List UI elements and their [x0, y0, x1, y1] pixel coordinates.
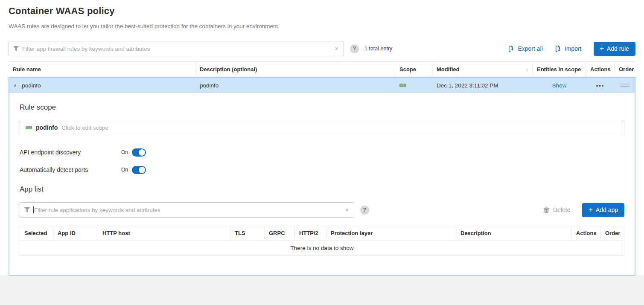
col-rule-name[interactable]: Rule name [9, 62, 195, 77]
export-icon [508, 45, 515, 52]
row-actions-menu-icon[interactable]: ••• [596, 82, 605, 89]
panel-bottom-space [20, 256, 624, 275]
app-filter-box[interactable]: × [20, 202, 354, 218]
clear-filter-icon[interactable]: × [334, 45, 339, 52]
rules-filter-input[interactable] [22, 46, 334, 52]
auto-detect-ports-row: Automatically detect ports On [20, 166, 624, 174]
toggle-state-label: On [121, 167, 128, 173]
export-all-button[interactable]: Export all [508, 45, 542, 52]
rule-scope-title: Rule scope [20, 103, 624, 112]
col-http-host: HTTP host [98, 226, 230, 240]
scope-edit-placeholder: Click to edit scope [61, 125, 108, 131]
rule-scope-cell [395, 84, 432, 87]
rules-filter-box[interactable]: × [9, 41, 344, 56]
app-filter-input[interactable] [34, 207, 344, 213]
rules-table-header: Rule name Description (optional) Scope M… [9, 61, 635, 77]
plus-icon: + [589, 206, 592, 213]
add-rule-label: Add rule [607, 45, 629, 52]
delete-app-button[interactable]: Delete [543, 206, 570, 213]
collection-chip-icon [399, 84, 406, 87]
add-app-button[interactable]: + Add app [582, 203, 624, 217]
auto-detect-ports-label: Automatically detect ports [20, 166, 121, 173]
rule-scope-editor[interactable]: podinfo Click to edit scope [20, 120, 624, 135]
rule-modified-cell: Dec 1, 2022 3:11:02 PM [432, 82, 533, 89]
plus-icon: + [600, 45, 604, 52]
expanded-rule-panel: ∧ podinfo podinfo Dec 1, 2022 3:11:02 PM… [9, 77, 635, 276]
filter-funnel-icon [13, 46, 19, 51]
add-app-label: Add app [596, 206, 618, 213]
col-grpc: GRPC [265, 226, 295, 240]
rule-actions-cell: ••• [586, 82, 615, 89]
add-rule-button[interactable]: + Add rule [594, 42, 636, 56]
total-entries-label: 1 total entry [364, 46, 392, 52]
api-endpoint-discovery-toggle[interactable] [132, 148, 146, 157]
container-waas-policy-page: Container WAAS policy WAAS rules are des… [0, 0, 644, 305]
api-endpoint-discovery-label: API endpoint discovery [20, 149, 121, 156]
import-label: Import [565, 45, 582, 52]
toggle-knob [139, 149, 145, 156]
help-icon[interactable]: ? [350, 44, 359, 53]
col-modified[interactable]: Modified ↓↑ [432, 62, 533, 77]
col-order: Order [615, 62, 635, 77]
col-selected: Selected [20, 226, 53, 240]
clear-filter-icon[interactable]: × [344, 206, 350, 213]
import-button[interactable]: Import [555, 45, 582, 52]
col-protection-layer: Protection layer [326, 226, 456, 240]
rule-detail-body: Rule scope podinfo Click to edit scope A… [9, 93, 635, 275]
app-list-toolbar: × ? Delete + Add app [20, 202, 624, 218]
api-endpoint-discovery-row: API endpoint discovery On [20, 148, 624, 157]
page-subtitle: WAAS rules are designed to let you tailo… [9, 23, 635, 29]
table-row[interactable]: ∧ podinfo podinfo Dec 1, 2022 3:11:02 PM… [9, 78, 635, 93]
rule-order-cell [615, 84, 635, 87]
toggle-state-label: On [121, 149, 128, 155]
col-app-id: App ID [53, 226, 98, 240]
filter-funnel-icon [24, 207, 30, 212]
entities-in-scope-cell: Show [533, 82, 586, 89]
app-list-title: App list [20, 185, 624, 194]
show-entities-link[interactable]: Show [552, 82, 567, 89]
help-icon[interactable]: ? [360, 206, 369, 215]
col-description[interactable]: Description (optional) [195, 62, 395, 77]
col-app-actions: Actions [572, 226, 601, 240]
page-background [0, 276, 644, 305]
page-header: Container WAAS policy WAAS rules are des… [0, 0, 644, 29]
page-title: Container WAAS policy [9, 6, 635, 17]
rule-description-cell: podinfo [195, 82, 395, 89]
trash-icon [543, 206, 550, 213]
app-table-header: Selected App ID HTTP host TLS GRPC HTTP/… [20, 226, 624, 241]
col-app-description: Description [456, 226, 572, 240]
rules-toolbar: × ? 1 total entry Export all Import + Ad… [9, 41, 635, 56]
collection-chip-icon [26, 126, 32, 129]
col-scope: Scope [395, 62, 432, 77]
rule-name: podinfo [22, 82, 41, 89]
sort-icon[interactable]: ↓↑ [525, 67, 528, 72]
col-app-order: Order [601, 226, 626, 240]
toolbar-actions: Export all Import + Add rule [508, 42, 635, 56]
col-entities-in-scope: Entities in scope [533, 62, 586, 77]
scope-value: podinfo [36, 124, 58, 131]
col-http2: HTTP/2 [295, 226, 326, 240]
text-caret [33, 206, 34, 213]
col-tls: TLS [230, 226, 265, 240]
drag-handle-icon[interactable] [620, 84, 629, 87]
collapse-chevron-icon[interactable]: ∧ [14, 83, 17, 88]
auto-detect-ports-toggle[interactable] [132, 166, 146, 174]
rule-name-cell[interactable]: ∧ podinfo [9, 82, 195, 89]
delete-label: Delete [553, 206, 570, 213]
app-list-table: Selected App ID HTTP host TLS GRPC HTTP/… [20, 226, 624, 256]
col-actions: Actions [586, 62, 615, 77]
toggle-knob [139, 167, 145, 173]
export-all-label: Export all [518, 45, 542, 52]
import-icon [555, 45, 562, 52]
empty-table-message: There is no data to show [20, 241, 624, 256]
app-toolbar-actions: Delete + Add app [543, 203, 624, 217]
